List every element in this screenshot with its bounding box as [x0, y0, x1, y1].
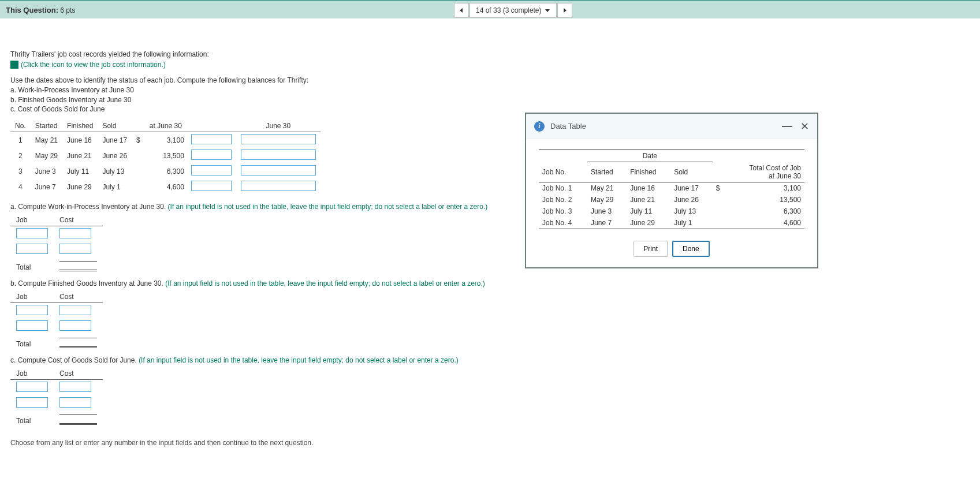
modal-body: Date Job No. Started Finished Sold Total…	[526, 139, 817, 235]
info-icon: i	[534, 121, 545, 132]
svg-marker-1	[545, 9, 550, 12]
instr-b: b. Finished Goods Inventory at June 30	[10, 95, 970, 105]
job-input[interactable]	[16, 382, 48, 392]
prompt-c: c. Compute Cost of Goods Sold for June. …	[10, 356, 970, 364]
job-input[interactable]	[16, 397, 48, 408]
table-row: 1May 21June 16June 17$3,100	[10, 132, 321, 148]
intro-text: Thrifty Trailers' job cost records yield…	[10, 50, 970, 58]
modal-title: Data Table	[550, 122, 586, 130]
input-field[interactable]	[241, 181, 316, 191]
total-label: Total	[10, 334, 54, 352]
table-row: 3June 3July 11July 136,300	[10, 163, 321, 179]
table-row: Job No. 2May 29June 21June 2613,500	[539, 194, 804, 206]
input-field[interactable]	[241, 165, 316, 175]
cost-input[interactable]	[59, 244, 91, 254]
instr-a: a. Work-in-Process Inventory at June 30	[10, 85, 970, 95]
date-header: Date	[587, 150, 713, 162]
total-label: Total	[10, 257, 54, 275]
cost-input[interactable]	[59, 228, 91, 238]
modal-footer: Print Done	[526, 235, 817, 267]
input-field[interactable]	[191, 150, 232, 160]
job-input[interactable]	[16, 320, 48, 331]
question-title: This Question: 6 pts	[6, 6, 75, 14]
mini-table-c: JobCost Total	[10, 368, 103, 428]
table-header-row: No. Started Finished Sold at June 30 Jun…	[10, 120, 321, 132]
main-data-table: No. Started Finished Sold at June 30 Jun…	[10, 120, 321, 195]
total-label: Total	[10, 411, 54, 428]
total-box	[59, 338, 97, 348]
prompt-a: a. Compute Work-in-Process Inventory at …	[10, 203, 970, 211]
instructions: Use the dates above to identify the stat…	[10, 76, 970, 114]
svg-marker-2	[564, 8, 567, 13]
table-row: 4June 7June 29July 14,600	[10, 179, 321, 195]
input-field[interactable]	[191, 181, 232, 191]
chevron-down-icon	[545, 8, 550, 13]
input-field[interactable]	[191, 165, 232, 175]
nav-status-dropdown[interactable]: 14 of 33 (3 complete)	[469, 3, 557, 18]
svg-marker-0	[460, 8, 463, 13]
close-icon[interactable]: ✕	[800, 120, 809, 133]
prompt-b: b. Compute Finished Goods Inventory at J…	[10, 279, 970, 287]
data-table: Date Job No. Started Finished Sold Total…	[539, 150, 804, 229]
table-row: Job No. 1May 21June 16June 17$3,100	[539, 182, 804, 194]
table-row: Job No. 4June 7June 29July 14,600	[539, 217, 804, 229]
link-text: (Click the icon to view the job cost inf…	[21, 61, 166, 69]
cost-input[interactable]	[59, 397, 91, 408]
input-field[interactable]	[241, 150, 316, 160]
job-input[interactable]	[16, 228, 48, 238]
job-input[interactable]	[16, 244, 48, 254]
prev-button[interactable]	[454, 3, 469, 18]
print-button[interactable]: Print	[634, 241, 668, 257]
total-box	[59, 414, 97, 425]
content-area: Thrifty Trailers' job cost records yield…	[0, 18, 980, 458]
nav-group: 14 of 33 (3 complete)	[453, 3, 573, 18]
job-input[interactable]	[16, 305, 48, 315]
nav-status-text: 14 of 33 (3 complete)	[476, 6, 541, 14]
cost-input[interactable]	[59, 382, 91, 392]
data-table-modal: i Data Table — ✕ Date Job No. Started Fi…	[526, 113, 818, 268]
minimize-icon[interactable]: —	[782, 120, 792, 133]
input-field[interactable]	[191, 134, 232, 144]
cost-input[interactable]	[59, 320, 91, 331]
cost-input[interactable]	[59, 305, 91, 315]
modal-col-headers: Job No. Started Finished Sold Total Cost…	[539, 162, 804, 182]
instr-lead: Use the dates above to identify the stat…	[10, 76, 970, 85]
table-row: 2May 29June 21June 2613,500	[10, 148, 321, 163]
modal-header: i Data Table — ✕	[526, 114, 817, 139]
mini-table-a: JobCost Total	[10, 214, 103, 275]
next-button[interactable]	[557, 3, 572, 18]
footer-note: Choose from any list or enter any number…	[10, 439, 970, 447]
question-header: This Question: 6 pts 14 of 33 (3 complet…	[0, 0, 980, 18]
done-button[interactable]: Done	[672, 241, 710, 257]
view-info-link[interactable]: (Click the icon to view the job cost inf…	[10, 61, 970, 69]
instr-c: c. Cost of Goods Sold for June	[10, 104, 970, 114]
total-box	[59, 261, 97, 271]
mini-table-b: JobCost Total	[10, 291, 103, 352]
input-field[interactable]	[241, 134, 316, 144]
table-icon	[10, 61, 18, 69]
table-row: Job No. 3June 3July 11July 136,300	[539, 206, 804, 217]
